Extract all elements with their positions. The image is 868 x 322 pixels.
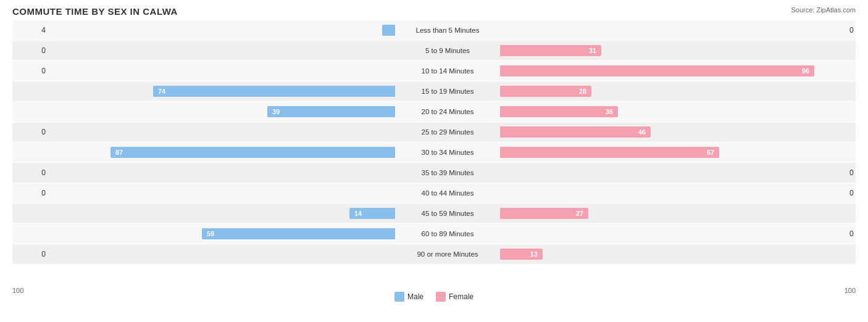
female-bar-container: 46: [500, 126, 846, 138]
bar-label: 15 to 19 Minutes: [395, 88, 500, 95]
female-bar: 27: [500, 208, 588, 219]
bar-row: 025 to 29 Minutes46: [12, 122, 856, 142]
legend-female-label: Female: [449, 292, 474, 301]
bar-label: Less than 5 Minutes: [395, 27, 500, 34]
female-bar-container: 27: [500, 208, 846, 219]
female-bar: 67: [500, 147, 719, 158]
male-bar-container: 14: [49, 208, 395, 219]
chart-container: COMMUTE TIME BY SEX IN CALWA Source: Zip…: [0, 0, 868, 322]
bar-label: 25 to 29 Minutes: [395, 128, 500, 136]
female-bar-container: [500, 228, 846, 239]
female-value: 0: [846, 26, 868, 35]
female-bar-container: 96: [500, 65, 846, 76]
male-bar: 87: [111, 147, 395, 158]
bar-row: 8730 to 34 Minutes67: [12, 142, 856, 162]
male-bar-container: [49, 249, 395, 260]
male-bar-container: 59: [49, 228, 395, 239]
male-bar-container: [49, 25, 395, 36]
bar-row: 090 or more Minutes13: [12, 244, 856, 264]
bar-label: 5 to 9 Minutes: [395, 47, 500, 54]
male-value: 0: [12, 46, 49, 55]
bar-row: 035 to 39 Minutes0: [12, 163, 856, 183]
male-bar-container: [49, 65, 395, 76]
male-bar: 39: [267, 106, 395, 117]
bottom-axis: 100 Male Female 100: [12, 287, 856, 302]
bar-label: 90 or more Minutes: [395, 250, 500, 258]
axis-left: 100: [12, 287, 23, 302]
female-bar-container: 31: [500, 45, 846, 56]
female-bar-container: 13: [500, 249, 846, 260]
male-bar: 74: [153, 86, 395, 97]
bar-label: 20 to 24 Minutes: [395, 108, 500, 115]
female-bar: 36: [500, 106, 618, 117]
male-bar-container: [49, 45, 395, 56]
male-bar: [382, 25, 395, 36]
legend-female: Female: [436, 292, 474, 302]
female-bar-container: [500, 188, 846, 199]
female-bar: 46: [500, 126, 651, 138]
male-value: 0: [12, 67, 49, 75]
female-bar: 13: [500, 249, 543, 260]
legend-male-label: Male: [407, 292, 424, 301]
female-value: 0: [846, 229, 868, 238]
female-bar-container: 36: [500, 106, 846, 117]
female-value: 0: [846, 189, 868, 197]
bar-row: 010 to 14 Minutes96: [12, 61, 856, 81]
axis-right: 100: [845, 287, 856, 302]
chart-title: COMMUTE TIME BY SEX IN CALWA: [12, 6, 856, 17]
bar-row: 5960 to 89 Minutes0: [12, 224, 856, 244]
male-bar-container: 87: [49, 147, 395, 158]
female-bar: 96: [500, 65, 814, 76]
bar-row: 05 to 9 Minutes31: [12, 41, 856, 60]
bar-label: 30 to 34 Minutes: [395, 149, 500, 156]
male-bar-container: [49, 167, 395, 178]
bar-row: 7415 to 19 Minutes28: [12, 81, 856, 101]
female-bar: 28: [500, 86, 591, 97]
male-bar-container: 39: [49, 106, 395, 117]
bars-area: 4Less than 5 Minutes005 to 9 Minutes3101…: [12, 20, 856, 286]
male-bar-container: [49, 126, 395, 138]
bar-row: 1445 to 59 Minutes27: [12, 204, 856, 223]
bar-label: 45 to 59 Minutes: [395, 210, 500, 217]
female-bar-container: 67: [500, 147, 846, 158]
male-bar: 59: [202, 228, 395, 239]
source-label: Source: ZipAtlas.com: [791, 6, 856, 14]
female-value: 0: [846, 168, 868, 177]
female-bar: 31: [500, 45, 601, 56]
bar-row: 4Less than 5 Minutes0: [12, 20, 856, 40]
male-value: 4: [12, 26, 49, 35]
male-value: 0: [12, 189, 49, 197]
male-bar: 14: [349, 208, 395, 219]
legend-male-box: [394, 292, 404, 302]
male-value: 0: [12, 128, 49, 136]
female-bar-container: [500, 25, 846, 36]
male-value: 0: [12, 250, 49, 258]
legend: Male Female: [394, 292, 474, 302]
female-bar-container: [500, 167, 846, 178]
legend-male: Male: [394, 292, 424, 302]
female-bar-container: 28: [500, 86, 846, 97]
bar-label: 60 to 89 Minutes: [395, 230, 500, 237]
legend-female-box: [436, 292, 446, 302]
male-value: 0: [12, 168, 49, 177]
bar-row: 040 to 44 Minutes0: [12, 183, 856, 203]
bar-label: 40 to 44 Minutes: [395, 189, 500, 197]
bar-label: 10 to 14 Minutes: [395, 67, 500, 75]
male-bar-container: 74: [49, 86, 395, 97]
bar-row: 3920 to 24 Minutes36: [12, 102, 856, 122]
bar-label: 35 to 39 Minutes: [395, 169, 500, 176]
male-bar-container: [49, 188, 395, 199]
